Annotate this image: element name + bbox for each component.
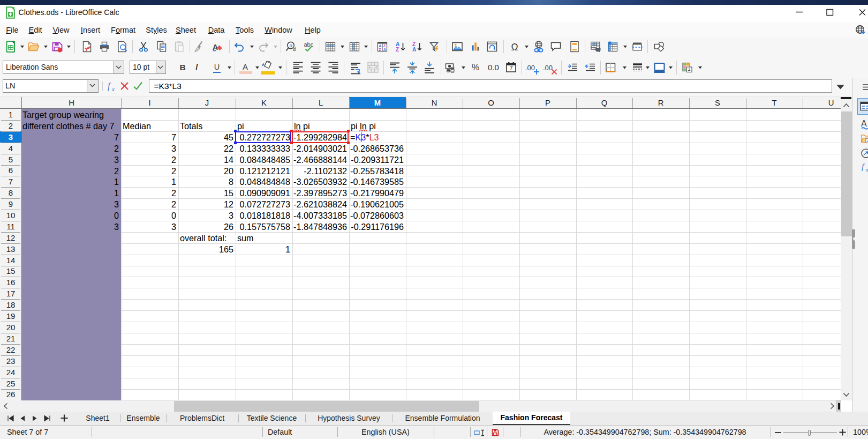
svg-text:≠: ≠ [688, 66, 691, 72]
svg-text:a: a [290, 42, 293, 48]
svg-text:abc: abc [304, 41, 314, 48]
svg-text:Ω: Ω [511, 42, 518, 53]
svg-text:d: d [293, 46, 296, 52]
svg-text:x: x [111, 86, 115, 92]
svg-text:f: f [862, 162, 865, 171]
svg-text:A: A [861, 119, 867, 128]
svg-text:7: 7 [509, 65, 512, 71]
svg-text:Z: Z [396, 47, 399, 53]
svg-text:x: x [865, 167, 868, 173]
svg-text:A: A [213, 43, 218, 51]
svg-text:f: f [108, 81, 111, 91]
svg-text:A: A [412, 47, 416, 53]
svg-text:Z: Z [379, 47, 381, 52]
svg-text:A: A [383, 47, 387, 52]
